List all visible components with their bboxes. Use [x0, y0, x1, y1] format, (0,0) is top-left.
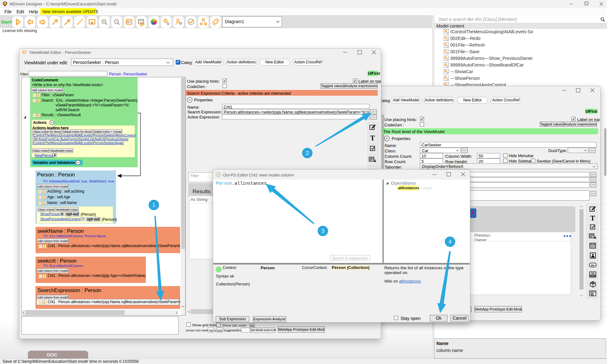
- svg-text:4: 4: [449, 239, 452, 245]
- svg-text:3: 3: [322, 228, 324, 234]
- svg-text:1: 1: [153, 202, 155, 208]
- svg-text:2: 2: [306, 150, 309, 156]
